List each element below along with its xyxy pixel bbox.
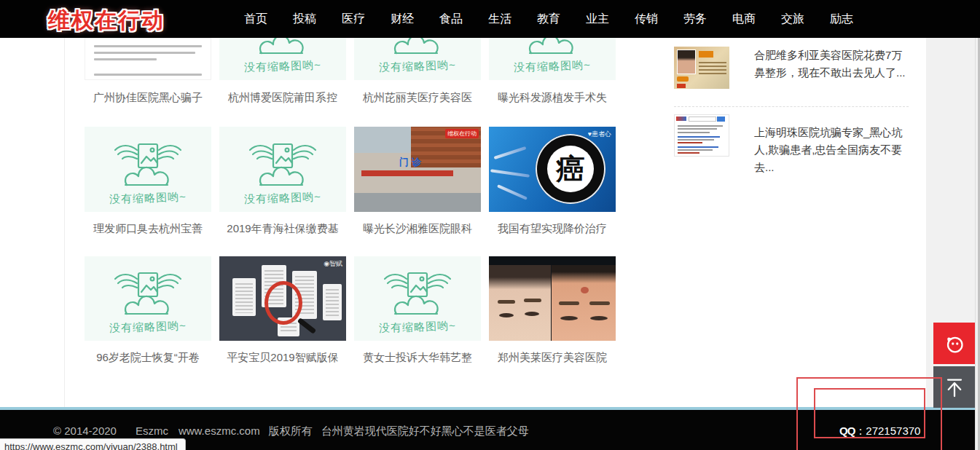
syringe-dart bbox=[497, 184, 528, 200]
no-thumbnail-text: 没有缩略图哟~ bbox=[109, 319, 187, 336]
winged-photo-cloud-icon bbox=[242, 143, 324, 188]
article-title[interactable]: 广州协佳医院黑心骗子 bbox=[85, 90, 211, 105]
main-menu: 首页 投稿 医疗 财经 食品 生活 教育 业主 传销 劳务 电商 交旅 励志 bbox=[244, 0, 853, 38]
footer-seo-link[interactable]: 台州黄岩现代医院好不好黑心不是医者父母 bbox=[321, 425, 529, 438]
no-thumbnail-text: 没有缩略图哟~ bbox=[379, 319, 456, 336]
article-thumbnail-placeholder[interactable]: 没有缩略图哟~ bbox=[354, 256, 481, 341]
winged-photo-cloud-icon bbox=[107, 272, 189, 317]
cancer-character: 癌 bbox=[547, 146, 594, 192]
nav-item-labor[interactable]: 劳务 bbox=[683, 12, 707, 27]
outpatient-sign: 门诊 bbox=[399, 156, 424, 169]
copyright-text: © 2014-2020 bbox=[53, 425, 117, 437]
footer-copyright-row: © 2014-2020 Eszmc www.eszmc.com 版权所有 台州黄… bbox=[53, 425, 529, 438]
nav-item-life[interactable]: 生活 bbox=[488, 12, 511, 27]
sidebar-thumbnail-tv[interactable] bbox=[674, 47, 729, 89]
winged-photo-cloud-icon bbox=[511, 38, 593, 56]
site-name: Eszmc bbox=[136, 425, 168, 437]
caption-chip bbox=[699, 51, 713, 58]
nav-item-education[interactable]: 教育 bbox=[537, 12, 560, 27]
qq-chat-button[interactable] bbox=[933, 323, 975, 364]
no-thumbnail-text: 没有缩略图哟~ bbox=[379, 58, 456, 75]
webpage-searchbox bbox=[689, 117, 716, 122]
article-title[interactable]: 2019年青海社保缴费基 bbox=[219, 221, 346, 236]
article-card[interactable]: 没有缩略图哟~ 黄女士投诉大华韩艺整 bbox=[354, 256, 481, 365]
article-title[interactable]: 杭州芘丽芙医疗美容医 bbox=[354, 90, 481, 105]
article-thumbnail-dartboard-photo[interactable]: 癌 ♥患者心 bbox=[489, 127, 616, 212]
nav-item-owner[interactable]: 业主 bbox=[586, 12, 609, 27]
article-title[interactable]: 我国有望实现降价治疗 bbox=[489, 221, 616, 236]
article-card[interactable]: 没有缩略图哟~ 杭州博爱医院莆田系控 bbox=[219, 38, 346, 105]
site-url[interactable]: www.eszmc.com bbox=[179, 425, 260, 437]
patient-heart-watermark: ♥患者心 bbox=[588, 130, 611, 139]
nav-item-medical[interactable]: 医疗 bbox=[342, 12, 365, 27]
nav-item-food[interactable]: 食品 bbox=[439, 12, 463, 27]
article-title[interactable]: 平安宝贝2019智赋版保 bbox=[219, 350, 346, 365]
no-thumbnail-art: 没有缩略图哟~ bbox=[489, 38, 616, 74]
tv-overlay-button bbox=[677, 76, 689, 82]
article-card[interactable]: 没有缩略图哟~ 理发师口臭去杭州宝善 bbox=[85, 127, 211, 236]
nav-item-ecommerce[interactable]: 电商 bbox=[732, 12, 756, 27]
article-thumbnail-documents-magnifier[interactable]: ◉智赋 bbox=[219, 256, 346, 341]
no-thumbnail-art: 没有缩略图哟~ bbox=[85, 143, 211, 205]
no-thumbnail-art: 没有缩略图哟~ bbox=[354, 272, 481, 334]
nav-item-submit[interactable]: 投稿 bbox=[293, 12, 316, 27]
article-card[interactable]: 没有缩略图哟~ 96岁老院士恢复“开卷 bbox=[85, 256, 211, 365]
article-thumbnail-text[interactable] bbox=[85, 38, 211, 80]
article-card[interactable]: 没有缩略图哟~ 2019年青海社保缴费基 bbox=[219, 127, 346, 236]
sidebar-thumbnail-webpage[interactable] bbox=[674, 114, 729, 157]
site-logo[interactable]: 维权在行动 bbox=[48, 6, 165, 36]
face-left bbox=[489, 265, 551, 341]
red-banner bbox=[361, 170, 453, 176]
back-to-top-icon bbox=[941, 374, 968, 400]
no-thumbnail-art: 没有缩略图哟~ bbox=[219, 38, 346, 74]
rights-text: 版权所有 bbox=[269, 425, 313, 438]
article-thumbnail-faces-photo[interactable] bbox=[489, 256, 616, 341]
nav-item-pyramid[interactable]: 传销 bbox=[635, 12, 658, 27]
article-title[interactable]: 曝光科发源植发手术失 bbox=[489, 90, 616, 105]
no-thumbnail-text: 没有缩略图哟~ bbox=[244, 190, 321, 207]
article-card[interactable]: 郑州美莱医疗美容医院 bbox=[489, 256, 616, 365]
syringe-dart bbox=[494, 146, 527, 159]
nav-item-travel[interactable]: 交旅 bbox=[781, 12, 804, 27]
article-thumbnail-placeholder[interactable]: 没有缩略图哟~ bbox=[219, 38, 346, 80]
article-thumbnail-placeholder[interactable]: 没有缩略图哟~ bbox=[85, 127, 211, 212]
article-thumbnail-placeholder[interactable]: 没有缩略图哟~ bbox=[85, 256, 211, 341]
no-thumbnail-text: 没有缩略图哟~ bbox=[244, 58, 321, 75]
article-title[interactable]: 郑州美莱医疗美容医院 bbox=[489, 350, 616, 365]
article-card[interactable]: ◉智赋 平安宝贝2019智赋版保 bbox=[219, 256, 346, 365]
article-title[interactable]: 杭州博爱医院莆田系控 bbox=[219, 90, 346, 105]
article-card[interactable]: 癌 ♥患者心 我国有望实现降价治疗 bbox=[489, 127, 616, 236]
article-card[interactable]: 门诊 维权在行动 曝光长沙湘雅医院眼科 bbox=[354, 127, 481, 236]
article-title[interactable]: 理发师口臭去杭州宝善 bbox=[85, 221, 211, 236]
no-thumbnail-art: 没有缩略图哟~ bbox=[219, 143, 346, 205]
nav-item-inspiration[interactable]: 励志 bbox=[830, 12, 853, 27]
annotation-box-inner bbox=[814, 388, 925, 438]
magnifier-handle-icon bbox=[297, 317, 316, 334]
document-card bbox=[323, 284, 342, 320]
screen-bezel bbox=[489, 256, 616, 265]
article-card[interactable]: 没有缩略图哟~ 曝光科发源植发手术失 bbox=[489, 38, 616, 105]
article-title[interactable]: 黄女士投诉大华韩艺整 bbox=[354, 350, 481, 365]
nav-item-home[interactable]: 首页 bbox=[244, 12, 267, 27]
article-thumbnail-placeholder[interactable]: 没有缩略图哟~ bbox=[219, 127, 346, 212]
article-card[interactable]: 广州协佳医院黑心骗子 bbox=[85, 38, 211, 105]
caption-text-lines bbox=[699, 60, 726, 74]
winged-photo-cloud-icon bbox=[377, 272, 458, 317]
interviewee-portrait bbox=[677, 50, 696, 74]
article-thumbnail-placeholder[interactable]: 没有缩略图哟~ bbox=[489, 38, 616, 80]
article-thumbnail-placeholder[interactable]: 没有缩略图哟~ bbox=[354, 38, 481, 80]
no-thumbnail-text: 没有缩略图哟~ bbox=[109, 190, 187, 207]
sidebar-article-title[interactable]: 上海明珠医院坑骗专家_黑心坑人,欺骗患者,忠告全国病友不要去... bbox=[754, 124, 909, 176]
article-title[interactable]: 96岁老院士恢复“开卷 bbox=[85, 350, 211, 365]
zhifu-logo-watermark: ◉智赋 bbox=[324, 259, 342, 269]
winged-photo-cloud-icon bbox=[242, 38, 324, 56]
article-card[interactable]: 没有缩略图哟~ 杭州芘丽芙医疗美容医 bbox=[354, 38, 481, 105]
nav-item-finance[interactable]: 财经 bbox=[391, 12, 414, 27]
article-thumbnail-hospital-photo[interactable]: 门诊 维权在行动 bbox=[354, 127, 481, 212]
ground bbox=[354, 193, 481, 212]
sidebar-article-title[interactable]: 合肥维多利亚美容医院花费7万鼻整形，现在不敢出去见人了... bbox=[754, 47, 909, 82]
no-thumbnail-text: 没有缩略图哟~ bbox=[514, 58, 591, 75]
scrollbar[interactable] bbox=[975, 38, 980, 450]
container-left-edge bbox=[64, 38, 65, 407]
article-title[interactable]: 曝光长沙湘雅医院眼科 bbox=[354, 221, 481, 236]
